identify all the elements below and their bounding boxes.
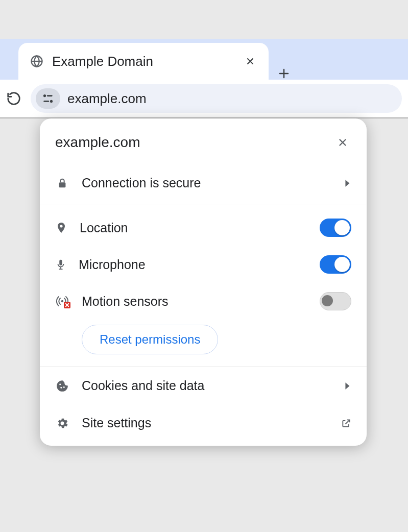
site-info-chip[interactable] [36, 88, 60, 109]
svg-point-15 [61, 421, 64, 425]
page-content-area: example.com Connection is secure [0, 118, 408, 532]
cookie-icon [55, 379, 69, 393]
site-settings-label: Site settings [82, 416, 329, 430]
browser-chrome: Example Domain [0, 39, 408, 118]
motion-sensors-icon [55, 295, 69, 307]
svg-point-1 [43, 94, 46, 97]
microphone-label: Microphone [79, 257, 307, 272]
chevron-right-icon [344, 179, 351, 187]
svg-point-6 [60, 225, 62, 227]
new-tab-button[interactable] [269, 67, 299, 80]
svg-point-14 [63, 386, 65, 388]
svg-rect-9 [59, 269, 62, 270]
toolbar: example.com [0, 80, 408, 117]
microphone-icon [55, 257, 66, 272]
svg-rect-2 [47, 95, 53, 96]
svg-rect-7 [59, 260, 62, 265]
lock-icon [55, 177, 69, 189]
reset-permissions-container: Reset permissions [40, 320, 367, 367]
motion-sensors-label: Motion sensors [82, 294, 307, 309]
svg-rect-5 [59, 182, 66, 187]
external-link-icon [341, 418, 351, 428]
popup-header: example.com [40, 118, 367, 165]
reset-permissions-button[interactable]: Reset permissions [82, 325, 218, 354]
chevron-right-icon [344, 382, 351, 390]
connection-secure-row[interactable]: Connection is secure [40, 165, 367, 205]
gear-icon [55, 417, 69, 430]
svg-point-12 [59, 383, 61, 385]
svg-rect-4 [43, 101, 49, 102]
connection-label: Connection is secure [82, 176, 332, 190]
address-bar[interactable]: example.com [31, 84, 402, 113]
site-settings-row[interactable]: Site settings [40, 404, 367, 446]
tab-title: Example Domain [52, 54, 235, 69]
microphone-toggle[interactable] [320, 255, 351, 274]
location-toggle[interactable] [320, 219, 351, 237]
window-top-gap [0, 0, 408, 39]
cookies-label: Cookies and site data [82, 378, 332, 393]
browser-tab[interactable]: Example Domain [18, 43, 269, 80]
close-tab-button[interactable] [243, 54, 257, 68]
permission-microphone-row: Microphone [40, 246, 367, 283]
svg-point-3 [50, 100, 53, 103]
svg-point-10 [61, 300, 63, 302]
location-label: Location [80, 221, 307, 235]
location-pin-icon [55, 221, 67, 235]
svg-rect-8 [60, 267, 61, 269]
svg-point-13 [60, 386, 62, 388]
site-info-popup: example.com Connection is secure [40, 118, 367, 446]
cookies-row[interactable]: Cookies and site data [40, 367, 367, 404]
reload-button[interactable] [6, 91, 21, 106]
url-text: example.com [67, 91, 147, 107]
permission-location-row: Location [40, 205, 367, 246]
tab-strip: Example Domain [0, 39, 408, 80]
permission-motion-sensors-row: Motion sensors [40, 283, 367, 320]
popup-close-button[interactable] [334, 134, 351, 151]
popup-site-name: example.com [55, 134, 334, 151]
motion-sensors-toggle[interactable] [320, 292, 351, 310]
globe-icon [30, 54, 44, 68]
